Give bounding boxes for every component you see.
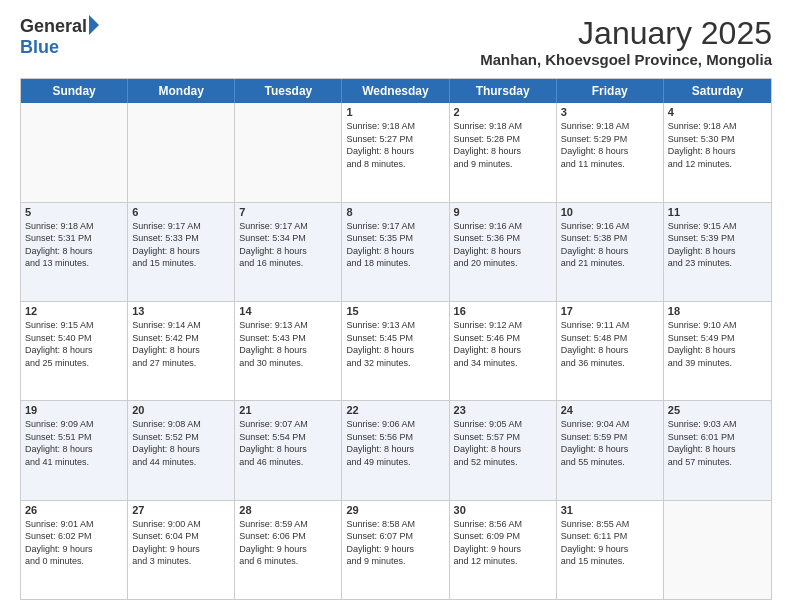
cell-info: Sunrise: 9:16 AM Sunset: 5:36 PM Dayligh… bbox=[454, 220, 552, 270]
cal-cell-4-0: 26Sunrise: 9:01 AM Sunset: 6:02 PM Dayli… bbox=[21, 501, 128, 599]
location-title: Manhan, Khoevsgoel Province, Mongolia bbox=[480, 51, 772, 68]
calendar-body: 1Sunrise: 9:18 AM Sunset: 5:27 PM Daylig… bbox=[21, 103, 771, 599]
cal-header-friday: Friday bbox=[557, 79, 664, 103]
cal-header-thursday: Thursday bbox=[450, 79, 557, 103]
cell-info: Sunrise: 9:18 AM Sunset: 5:27 PM Dayligh… bbox=[346, 120, 444, 170]
cell-info: Sunrise: 8:58 AM Sunset: 6:07 PM Dayligh… bbox=[346, 518, 444, 568]
cal-header-wednesday: Wednesday bbox=[342, 79, 449, 103]
cell-info: Sunrise: 9:13 AM Sunset: 5:45 PM Dayligh… bbox=[346, 319, 444, 369]
cal-header-monday: Monday bbox=[128, 79, 235, 103]
day-number: 20 bbox=[132, 404, 230, 416]
cal-row-3: 19Sunrise: 9:09 AM Sunset: 5:51 PM Dayli… bbox=[21, 401, 771, 500]
cal-cell-1-2: 7Sunrise: 9:17 AM Sunset: 5:34 PM Daylig… bbox=[235, 203, 342, 301]
day-number: 27 bbox=[132, 504, 230, 516]
month-title: January 2025 bbox=[480, 16, 772, 51]
day-number: 29 bbox=[346, 504, 444, 516]
day-number: 4 bbox=[668, 106, 767, 118]
day-number: 19 bbox=[25, 404, 123, 416]
cell-info: Sunrise: 9:16 AM Sunset: 5:38 PM Dayligh… bbox=[561, 220, 659, 270]
day-number: 14 bbox=[239, 305, 337, 317]
cell-info: Sunrise: 9:18 AM Sunset: 5:29 PM Dayligh… bbox=[561, 120, 659, 170]
cell-info: Sunrise: 9:03 AM Sunset: 6:01 PM Dayligh… bbox=[668, 418, 767, 468]
cell-info: Sunrise: 8:56 AM Sunset: 6:09 PM Dayligh… bbox=[454, 518, 552, 568]
day-number: 1 bbox=[346, 106, 444, 118]
cell-info: Sunrise: 9:08 AM Sunset: 5:52 PM Dayligh… bbox=[132, 418, 230, 468]
day-number: 13 bbox=[132, 305, 230, 317]
cell-info: Sunrise: 9:15 AM Sunset: 5:39 PM Dayligh… bbox=[668, 220, 767, 270]
cal-cell-4-5: 31Sunrise: 8:55 AM Sunset: 6:11 PM Dayli… bbox=[557, 501, 664, 599]
day-number: 22 bbox=[346, 404, 444, 416]
cal-cell-2-1: 13Sunrise: 9:14 AM Sunset: 5:42 PM Dayli… bbox=[128, 302, 235, 400]
cal-cell-3-5: 24Sunrise: 9:04 AM Sunset: 5:59 PM Dayli… bbox=[557, 401, 664, 499]
day-number: 9 bbox=[454, 206, 552, 218]
cell-info: Sunrise: 9:10 AM Sunset: 5:49 PM Dayligh… bbox=[668, 319, 767, 369]
cell-info: Sunrise: 9:17 AM Sunset: 5:33 PM Dayligh… bbox=[132, 220, 230, 270]
cal-cell-0-3: 1Sunrise: 9:18 AM Sunset: 5:27 PM Daylig… bbox=[342, 103, 449, 201]
cal-cell-1-5: 10Sunrise: 9:16 AM Sunset: 5:38 PM Dayli… bbox=[557, 203, 664, 301]
header-right: January 2025 Manhan, Khoevsgoel Province… bbox=[480, 16, 772, 68]
logo: General Blue bbox=[20, 16, 99, 58]
cal-cell-0-0 bbox=[21, 103, 128, 201]
cal-cell-0-4: 2Sunrise: 9:18 AM Sunset: 5:28 PM Daylig… bbox=[450, 103, 557, 201]
cal-cell-4-4: 30Sunrise: 8:56 AM Sunset: 6:09 PM Dayli… bbox=[450, 501, 557, 599]
cal-cell-1-0: 5Sunrise: 9:18 AM Sunset: 5:31 PM Daylig… bbox=[21, 203, 128, 301]
cal-cell-3-6: 25Sunrise: 9:03 AM Sunset: 6:01 PM Dayli… bbox=[664, 401, 771, 499]
cal-cell-1-4: 9Sunrise: 9:16 AM Sunset: 5:36 PM Daylig… bbox=[450, 203, 557, 301]
cal-header-tuesday: Tuesday bbox=[235, 79, 342, 103]
cal-row-2: 12Sunrise: 9:15 AM Sunset: 5:40 PM Dayli… bbox=[21, 302, 771, 401]
cal-cell-0-6: 4Sunrise: 9:18 AM Sunset: 5:30 PM Daylig… bbox=[664, 103, 771, 201]
cal-cell-3-1: 20Sunrise: 9:08 AM Sunset: 5:52 PM Dayli… bbox=[128, 401, 235, 499]
cal-cell-3-2: 21Sunrise: 9:07 AM Sunset: 5:54 PM Dayli… bbox=[235, 401, 342, 499]
cal-cell-3-4: 23Sunrise: 9:05 AM Sunset: 5:57 PM Dayli… bbox=[450, 401, 557, 499]
day-number: 18 bbox=[668, 305, 767, 317]
day-number: 25 bbox=[668, 404, 767, 416]
day-number: 21 bbox=[239, 404, 337, 416]
day-number: 24 bbox=[561, 404, 659, 416]
logo-general-text: General bbox=[20, 16, 87, 37]
cell-info: Sunrise: 9:17 AM Sunset: 5:35 PM Dayligh… bbox=[346, 220, 444, 270]
cell-info: Sunrise: 9:06 AM Sunset: 5:56 PM Dayligh… bbox=[346, 418, 444, 468]
cal-cell-4-2: 28Sunrise: 8:59 AM Sunset: 6:06 PM Dayli… bbox=[235, 501, 342, 599]
cal-cell-2-0: 12Sunrise: 9:15 AM Sunset: 5:40 PM Dayli… bbox=[21, 302, 128, 400]
cal-cell-3-0: 19Sunrise: 9:09 AM Sunset: 5:51 PM Dayli… bbox=[21, 401, 128, 499]
cell-info: Sunrise: 9:18 AM Sunset: 5:28 PM Dayligh… bbox=[454, 120, 552, 170]
day-number: 7 bbox=[239, 206, 337, 218]
logo-blue-text: Blue bbox=[20, 37, 59, 58]
day-number: 23 bbox=[454, 404, 552, 416]
cell-info: Sunrise: 9:01 AM Sunset: 6:02 PM Dayligh… bbox=[25, 518, 123, 568]
cell-info: Sunrise: 9:18 AM Sunset: 5:31 PM Dayligh… bbox=[25, 220, 123, 270]
cell-info: Sunrise: 9:14 AM Sunset: 5:42 PM Dayligh… bbox=[132, 319, 230, 369]
day-number: 6 bbox=[132, 206, 230, 218]
logo-triangle-icon bbox=[89, 15, 99, 35]
cal-cell-4-3: 29Sunrise: 8:58 AM Sunset: 6:07 PM Dayli… bbox=[342, 501, 449, 599]
cell-info: Sunrise: 9:12 AM Sunset: 5:46 PM Dayligh… bbox=[454, 319, 552, 369]
day-number: 10 bbox=[561, 206, 659, 218]
cell-info: Sunrise: 9:13 AM Sunset: 5:43 PM Dayligh… bbox=[239, 319, 337, 369]
cal-header-saturday: Saturday bbox=[664, 79, 771, 103]
cal-cell-2-5: 17Sunrise: 9:11 AM Sunset: 5:48 PM Dayli… bbox=[557, 302, 664, 400]
calendar-header-row: SundayMondayTuesdayWednesdayThursdayFrid… bbox=[21, 79, 771, 103]
day-number: 31 bbox=[561, 504, 659, 516]
cal-cell-1-3: 8Sunrise: 9:17 AM Sunset: 5:35 PM Daylig… bbox=[342, 203, 449, 301]
cal-header-sunday: Sunday bbox=[21, 79, 128, 103]
day-number: 17 bbox=[561, 305, 659, 317]
cell-info: Sunrise: 8:55 AM Sunset: 6:11 PM Dayligh… bbox=[561, 518, 659, 568]
cell-info: Sunrise: 9:18 AM Sunset: 5:30 PM Dayligh… bbox=[668, 120, 767, 170]
cal-cell-2-4: 16Sunrise: 9:12 AM Sunset: 5:46 PM Dayli… bbox=[450, 302, 557, 400]
day-number: 12 bbox=[25, 305, 123, 317]
cal-row-1: 5Sunrise: 9:18 AM Sunset: 5:31 PM Daylig… bbox=[21, 203, 771, 302]
header: General Blue January 2025 Manhan, Khoevs… bbox=[20, 16, 772, 68]
cell-info: Sunrise: 9:00 AM Sunset: 6:04 PM Dayligh… bbox=[132, 518, 230, 568]
cal-cell-4-1: 27Sunrise: 9:00 AM Sunset: 6:04 PM Dayli… bbox=[128, 501, 235, 599]
cell-info: Sunrise: 8:59 AM Sunset: 6:06 PM Dayligh… bbox=[239, 518, 337, 568]
cell-info: Sunrise: 9:04 AM Sunset: 5:59 PM Dayligh… bbox=[561, 418, 659, 468]
cal-cell-2-3: 15Sunrise: 9:13 AM Sunset: 5:45 PM Dayli… bbox=[342, 302, 449, 400]
cal-cell-0-2 bbox=[235, 103, 342, 201]
cell-info: Sunrise: 9:09 AM Sunset: 5:51 PM Dayligh… bbox=[25, 418, 123, 468]
day-number: 8 bbox=[346, 206, 444, 218]
cell-info: Sunrise: 9:07 AM Sunset: 5:54 PM Dayligh… bbox=[239, 418, 337, 468]
day-number: 2 bbox=[454, 106, 552, 118]
cal-cell-3-3: 22Sunrise: 9:06 AM Sunset: 5:56 PM Dayli… bbox=[342, 401, 449, 499]
cal-cell-2-2: 14Sunrise: 9:13 AM Sunset: 5:43 PM Dayli… bbox=[235, 302, 342, 400]
cal-row-0: 1Sunrise: 9:18 AM Sunset: 5:27 PM Daylig… bbox=[21, 103, 771, 202]
